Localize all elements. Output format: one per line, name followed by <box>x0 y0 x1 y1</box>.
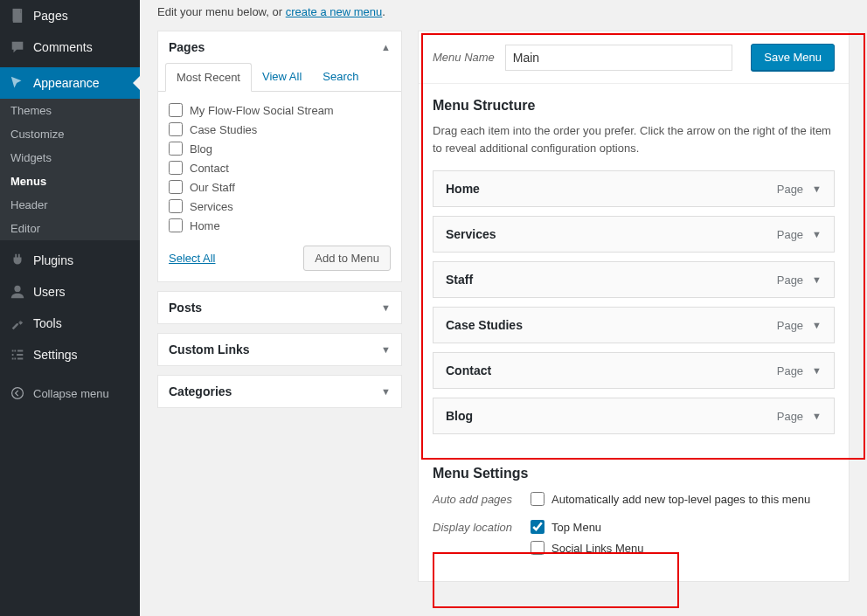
create-menu-link[interactable]: create a new menu <box>286 5 383 18</box>
intro-prefix: Edit your menu below, or <box>157 5 286 18</box>
pages-icon <box>9 7 26 24</box>
menu-item-row[interactable]: StaffPage▼ <box>433 261 835 298</box>
menu-item-row[interactable]: HomePage▼ <box>433 170 835 207</box>
submenu-menus[interactable]: Menus <box>0 170 140 193</box>
tab-view-all[interactable]: View All <box>252 63 312 91</box>
menu-item-type: Page <box>777 273 803 287</box>
social-links-checkbox[interactable] <box>531 541 544 555</box>
sidebar-label: Pages <box>33 9 68 23</box>
menu-item-type: Page <box>777 410 803 423</box>
sidebar-item-users[interactable]: Users <box>0 276 140 308</box>
appearance-icon <box>9 74 26 92</box>
menu-item-row[interactable]: ServicesPage▼ <box>433 216 835 253</box>
menu-structure-desc: Drag each item into the order you prefer… <box>433 122 835 156</box>
page-checkbox[interactable] <box>169 199 183 213</box>
page-checkbox-item[interactable]: Services <box>169 197 391 216</box>
display-top-menu[interactable]: Top Menu <box>531 520 644 534</box>
pages-tabs: Most Recent View All Search <box>158 63 401 92</box>
chevron-down-icon[interactable]: ▼ <box>812 320 822 330</box>
page-label: Services <box>190 200 233 213</box>
add-items-column: Pages ▲ Most Recent View All Search My F… <box>157 31 402 582</box>
page-label: Home <box>190 219 220 232</box>
chevron-down-icon[interactable]: ▼ <box>812 229 822 239</box>
tools-icon <box>9 315 26 332</box>
sidebar-item-plugins[interactable]: Plugins <box>0 245 140 276</box>
submenu-customize[interactable]: Customize <box>0 122 140 146</box>
chevron-up-icon: ▲ <box>381 42 391 52</box>
menu-item-type: Page <box>777 228 803 241</box>
chevron-down-icon: ▼ <box>381 386 391 397</box>
chevron-down-icon[interactable]: ▼ <box>812 411 822 421</box>
metabox-posts-toggle[interactable]: Posts ▼ <box>158 292 401 323</box>
menu-settings: Menu Settings Auto add pages Automatical… <box>419 457 849 581</box>
menu-item-title: Staff <box>446 273 473 287</box>
page-label: Blog <box>190 142 212 156</box>
page-checkbox-item[interactable]: My Flow-Flow Social Stream <box>169 100 391 120</box>
sidebar-label: Users <box>33 285 66 299</box>
menu-item-title: Blog <box>446 409 473 423</box>
pages-list: My Flow-Flow Social Stream Case Studies … <box>169 100 391 235</box>
tab-most-recent[interactable]: Most Recent <box>165 63 252 92</box>
collapse-menu[interactable]: Collapse menu <box>0 377 140 409</box>
page-label: Case Studies <box>190 123 257 136</box>
page-checkbox-item[interactable]: Home <box>169 216 391 235</box>
page-checkbox[interactable] <box>169 161 183 175</box>
opt-label: Automatically add new top-level pages to… <box>551 493 810 506</box>
users-icon <box>9 283 26 301</box>
menu-item-row[interactable]: BlogPage▼ <box>433 398 835 434</box>
chevron-down-icon[interactable]: ▼ <box>812 274 822 285</box>
submenu-header[interactable]: Header <box>0 193 140 217</box>
metabox-pages: Pages ▲ Most Recent View All Search My F… <box>157 31 402 282</box>
menu-header: Menu Name Save Menu <box>419 31 849 84</box>
metabox-customlinks-toggle[interactable]: Custom Links ▼ <box>158 334 401 365</box>
sidebar-item-pages[interactable]: Pages <box>0 0 140 31</box>
metabox-categories-toggle[interactable]: Categories ▼ <box>158 376 401 407</box>
page-checkbox[interactable] <box>169 218 183 232</box>
comments-icon <box>9 38 26 56</box>
menu-item-type: Page <box>777 364 803 377</box>
page-checkbox-item[interactable]: Blog <box>169 139 391 158</box>
page-checkbox-item[interactable]: Case Studies <box>169 120 391 139</box>
submenu-themes[interactable]: Themes <box>0 99 140 122</box>
page-checkbox-item[interactable]: Our Staff <box>169 177 391 197</box>
page-checkbox[interactable] <box>169 180 183 194</box>
chevron-down-icon[interactable]: ▼ <box>812 365 822 376</box>
sidebar-item-settings[interactable]: Settings <box>0 339 140 370</box>
add-to-menu-button[interactable]: Add to Menu <box>303 246 391 271</box>
sidebar-item-tools[interactable]: Tools <box>0 308 140 339</box>
page-checkbox[interactable] <box>169 103 183 117</box>
sidebar-item-comments[interactable]: Comments <box>0 31 140 63</box>
metabox-pages-toggle[interactable]: Pages ▲ <box>158 31 401 63</box>
svg-rect-1 <box>13 9 21 21</box>
save-menu-button[interactable]: Save Menu <box>751 44 835 71</box>
metabox-categories: Categories ▼ <box>157 375 402 408</box>
page-checkbox[interactable] <box>169 142 183 156</box>
page-checkbox[interactable] <box>169 122 183 136</box>
menu-item-title: Services <box>446 227 496 241</box>
metabox-title: Categories <box>169 384 232 398</box>
select-all-link[interactable]: Select All <box>169 252 215 265</box>
sidebar-label: Tools <box>33 316 62 330</box>
collapse-icon <box>9 384 26 402</box>
chevron-down-icon[interactable]: ▼ <box>812 183 822 194</box>
main-content: Edit your menu below, or create a new me… <box>140 0 867 599</box>
menu-name-input[interactable] <box>505 45 732 71</box>
submenu-editor[interactable]: Editor <box>0 217 140 240</box>
chevron-down-icon: ▼ <box>381 302 391 313</box>
menu-item-row[interactable]: ContactPage▼ <box>433 352 835 389</box>
top-menu-checkbox[interactable] <box>531 520 544 534</box>
menu-item-row[interactable]: Case StudiesPage▼ <box>433 307 835 343</box>
tab-search[interactable]: Search <box>312 63 369 91</box>
display-social-links[interactable]: Social Links Menu <box>531 541 644 555</box>
menu-settings-title: Menu Settings <box>433 466 835 481</box>
page-label: Contact <box>190 162 229 175</box>
metabox-title: Posts <box>169 301 202 315</box>
auto-add-option[interactable]: Automatically add new top-level pages to… <box>531 492 810 506</box>
page-label: Our Staff <box>190 181 235 194</box>
menu-item-title: Home <box>446 182 480 196</box>
auto-add-checkbox[interactable] <box>531 492 544 506</box>
sidebar-item-appearance[interactable]: Appearance <box>0 67 140 99</box>
page-checkbox-item[interactable]: Contact <box>169 158 391 177</box>
admin-sidebar: Pages Comments Appearance Themes Customi… <box>0 0 140 616</box>
submenu-widgets[interactable]: Widgets <box>0 146 140 170</box>
